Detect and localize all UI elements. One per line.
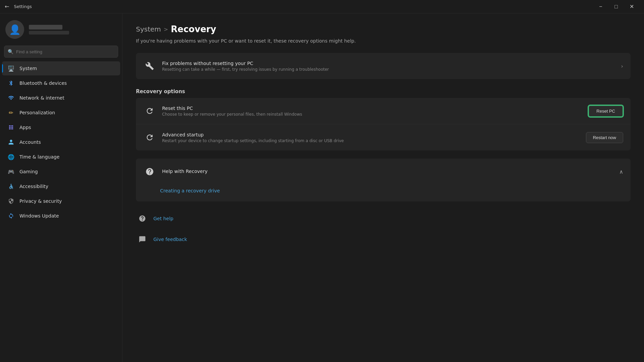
fix-problems-arrow: › [621,63,623,69]
gaming-icon: 🎮 [7,168,15,175]
accounts-icon [7,138,15,146]
network-icon [7,94,15,102]
time-icon: 🌐 [7,153,15,161]
recovery-options-title: Recovery options [136,88,631,95]
nav-item-privacy[interactable]: Privacy & security [2,194,120,208]
recovery-options-card: Reset this PC Choose to keep or remove y… [136,98,631,150]
restart-now-action: Restart now [586,132,623,143]
apps-icon [7,124,15,131]
privacy-icon [7,197,15,205]
nav-item-bluetooth[interactable]: Bluetooth & devices [2,76,120,90]
nav-label-accounts: Accounts [19,139,41,145]
window-controls: − □ ✕ [593,1,639,12]
personalization-icon: ✏️ [7,109,15,116]
recovery-drive-link[interactable]: Creating a recovery drive [160,188,220,193]
minimize-button[interactable]: − [593,1,608,12]
breadcrumb-system-link[interactable]: System [136,25,161,33]
advanced-startup-row: Advanced startup Restart your device to … [136,124,631,150]
give-feedback-icon [136,233,149,246]
nav-label-system: System [19,66,37,71]
nav-label-privacy: Privacy & security [19,198,62,204]
advanced-startup-title: Advanced startup [162,132,580,137]
nav-label-time: Time & language [19,154,59,160]
user-icon: 👤 [9,24,21,35]
fix-problems-card: Fix problems without resetting your PC R… [136,53,631,79]
reset-pc-icon [143,105,156,117]
get-help-link[interactable]: Get help [153,216,174,221]
nav-item-personalization[interactable]: ✏️ Personalization [2,106,120,120]
user-name-blurred [29,25,62,29]
advanced-startup-desc: Restart your device to change startup se… [162,138,580,143]
reset-pc-desc: Choose to keep or remove your personal f… [162,112,582,117]
breadcrumb-chevron-icon: > [164,26,168,33]
nav-item-gaming[interactable]: 🎮 Gaming [2,165,120,179]
nav-item-network[interactable]: Network & internet [2,91,120,105]
nav-item-system[interactable]: 🖥️ System [2,61,120,75]
advanced-startup-text: Advanced startup Restart your device to … [162,132,580,143]
search-box[interactable]: 🔍 [4,46,118,58]
reset-pc-action: Reset PC [588,105,623,117]
search-icon: 🔍 [8,49,13,54]
fix-problems-text: Fix problems without resetting your PC R… [162,61,615,72]
bottom-links: Get help Give feedback [136,209,631,248]
nav-item-time[interactable]: 🌐 Time & language [2,150,120,164]
reset-pc-title: Reset this PC [162,106,582,111]
accessibility-icon [7,183,15,190]
reset-pc-button[interactable]: Reset PC [588,105,623,117]
nav-label-apps: Apps [19,125,31,130]
help-content: Creating a recovery drive [136,185,631,201]
help-collapse-icon: ∧ [619,169,623,175]
give-feedback-row: Give feedback [136,230,631,248]
nav-label-gaming: Gaming [19,169,38,174]
svg-point-0 [11,184,12,185]
nav-item-apps[interactable]: Apps [2,120,120,134]
nav-item-update[interactable]: Windows Update [2,209,120,223]
user-sub-blurred [29,31,69,35]
get-help-icon [136,212,149,225]
advanced-startup-icon [143,131,156,144]
nav-item-accessibility[interactable]: Accessibility [2,179,120,193]
sidebar: 👤 🔍 🖥️ System Bluetooth & devices [0,13,122,362]
nav-item-accounts[interactable]: Accounts [2,135,120,149]
fix-problems-desc: Resetting can take a while — first, try … [162,67,615,72]
get-help-row: Get help [136,209,631,228]
fix-problems-icon [143,60,156,72]
search-input[interactable] [16,49,114,54]
breadcrumb: System > Recovery [136,24,631,34]
help-title: Help with Recovery [162,169,207,174]
update-icon [7,212,15,220]
help-header[interactable]: Help with Recovery ∧ [136,159,631,185]
restart-now-button[interactable]: Restart now [586,132,623,143]
give-feedback-link[interactable]: Give feedback [153,237,187,242]
main-content: System > Recovery If you're having probl… [122,13,644,362]
help-with-recovery-card: Help with Recovery ∧ Creating a recovery… [136,159,631,201]
fix-problems-row[interactable]: Fix problems without resetting your PC R… [136,53,631,79]
nav-label-network: Network & internet [19,95,64,101]
bluetooth-icon [7,79,15,87]
system-icon: 🖥️ [7,65,15,72]
titlebar-title: Settings [14,4,590,9]
avatar: 👤 [5,20,24,39]
nav-label-personalization: Personalization [19,110,55,115]
titlebar: ← Settings − □ ✕ [0,0,644,13]
fix-problems-title: Fix problems without resetting your PC [162,61,615,66]
page-title: Recovery [171,24,216,34]
nav-label-accessibility: Accessibility [19,184,48,189]
user-info [29,25,69,35]
help-icon [143,165,156,178]
back-button[interactable]: ← [5,3,9,10]
reset-pc-row: Reset this PC Choose to keep or remove y… [136,98,631,124]
maximize-button[interactable]: □ [608,1,624,12]
user-profile-area: 👤 [0,17,122,44]
page-description: If you're having problems with your PC o… [136,38,438,44]
nav-label-bluetooth: Bluetooth & devices [19,80,67,86]
close-button[interactable]: ✕ [624,1,639,12]
reset-pc-text: Reset this PC Choose to keep or remove y… [162,106,582,117]
chevron-right-icon: › [621,63,623,69]
nav-label-update: Windows Update [19,213,59,219]
